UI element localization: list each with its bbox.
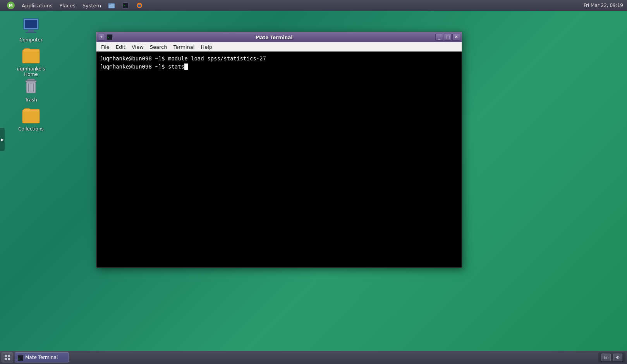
- terminal-content[interactable]: [uqmhanke@bun098 ~]$ module load spss/st…: [96, 52, 462, 268]
- terminal-menubar: File Edit View Search Terminal Help: [96, 42, 462, 52]
- trash-icon-label: Trash: [25, 97, 37, 103]
- top-panel-left: M Applications Places System >_: [4, 1, 146, 10]
- datetime-display: Fri Mar 22, 09:19: [584, 3, 623, 8]
- keyboard-layout-label: En: [604, 355, 609, 360]
- terminal-titlebar-left: >_: [98, 34, 113, 41]
- collections-icon-label: Collections: [18, 126, 44, 132]
- terminal-svg: >_: [122, 2, 129, 9]
- firefox-svg: [136, 2, 143, 9]
- terminal-window: >_ Mate Terminal _ □ ✕ File Edit View Se…: [96, 32, 462, 268]
- maximize-button[interactable]: □: [444, 34, 452, 41]
- menu-file[interactable]: File: [98, 43, 113, 51]
- trash-icon: [22, 77, 40, 96]
- firefox-icon[interactable]: [133, 1, 146, 10]
- mate-logo-btn[interactable]: M: [4, 1, 18, 10]
- taskbar-right: En: [598, 352, 625, 362]
- side-panel-toggle[interactable]: ▶: [0, 128, 5, 151]
- close-button[interactable]: ✕: [452, 34, 460, 41]
- menu-search[interactable]: Search: [147, 43, 170, 51]
- terminal-dropdown-btn[interactable]: [98, 34, 105, 41]
- svg-text:>_: >_: [123, 4, 127, 7]
- svg-rect-10: [27, 79, 35, 81]
- taskbar: >_ Mate Terminal En: [0, 351, 627, 364]
- terminal-icon[interactable]: >_: [119, 1, 132, 10]
- taskbar-indicators-area: En: [598, 352, 625, 362]
- computer-icon-label: Computer: [19, 37, 43, 43]
- volume-icon: [615, 355, 620, 360]
- terminal-cursor: [184, 64, 188, 70]
- terminal-title-icon: >_: [107, 34, 113, 40]
- taskbar-window-label: Mate Terminal: [25, 355, 58, 360]
- taskbar-terminal-window-button[interactable]: >_ Mate Terminal: [15, 352, 69, 362]
- svg-text:>_: >_: [18, 357, 22, 361]
- dropdown-arrow-icon: [100, 35, 103, 39]
- menu-edit[interactable]: Edit: [113, 43, 129, 51]
- svg-rect-11: [26, 81, 36, 82]
- home-folder-icon: [22, 46, 40, 65]
- minimize-button[interactable]: _: [435, 34, 443, 41]
- places-label: Places: [59, 3, 75, 9]
- menu-terminal[interactable]: Terminal: [170, 43, 198, 51]
- svg-rect-1: [108, 3, 111, 5]
- system-menu[interactable]: System: [79, 2, 104, 9]
- home-desktop-icon[interactable]: uqmhanke's Home: [15, 45, 46, 79]
- volume-indicator[interactable]: [613, 354, 622, 361]
- apps-dot-3: [5, 358, 7, 360]
- system-label: System: [82, 3, 101, 9]
- apps-dot-4: [8, 358, 10, 360]
- apps-dot-1: [5, 355, 7, 357]
- terminal-title-text: Mate Terminal: [255, 35, 292, 40]
- side-panel-arrow-icon: ▶: [1, 137, 4, 142]
- computer-desktop-icon[interactable]: Computer: [15, 15, 46, 44]
- menu-help[interactable]: Help: [198, 43, 215, 51]
- svg-marker-16: [100, 36, 103, 38]
- mate-logo-icon: M: [7, 2, 15, 9]
- keyboard-layout-indicator[interactable]: En: [601, 354, 611, 361]
- svg-rect-9: [26, 32, 36, 33]
- file-manager-svg: [108, 2, 115, 9]
- applications-menu[interactable]: Applications: [19, 2, 55, 9]
- applications-label: Applications: [22, 3, 52, 9]
- taskbar-apps-button[interactable]: [2, 352, 13, 362]
- svg-text:>_: >_: [107, 36, 111, 39]
- computer-icon: [22, 17, 40, 36]
- places-menu[interactable]: Places: [56, 2, 78, 9]
- apps-dot-2: [8, 355, 10, 357]
- terminal-line-1: [uqmhanke@bun098 ~]$ module load spss/st…: [100, 55, 459, 63]
- file-manager-icon[interactable]: [105, 1, 118, 10]
- svg-rect-8: [28, 30, 34, 32]
- svg-rect-7: [25, 20, 37, 28]
- menu-view[interactable]: View: [129, 43, 147, 51]
- top-panel: M Applications Places System >_: [0, 0, 627, 11]
- terminal-mini-icon: >_: [107, 35, 112, 39]
- terminal-line-2: [uqmhanke@bun098 ~]$ stats: [100, 63, 459, 71]
- trash-desktop-icon[interactable]: Trash: [15, 76, 46, 104]
- svg-marker-21: [616, 355, 618, 359]
- terminal-titlebar-right: _ □ ✕: [435, 34, 460, 41]
- apps-grid-icon: [5, 355, 10, 360]
- collections-folder-icon: [22, 106, 40, 125]
- taskbar-terminal-icon: >_: [17, 355, 24, 360]
- collections-desktop-icon[interactable]: Collections: [15, 105, 46, 133]
- taskbar-terminal-svg: >_: [18, 356, 23, 361]
- terminal-titlebar: >_ Mate Terminal _ □ ✕: [96, 32, 462, 42]
- terminal-titlebar-center: Mate Terminal: [113, 33, 435, 41]
